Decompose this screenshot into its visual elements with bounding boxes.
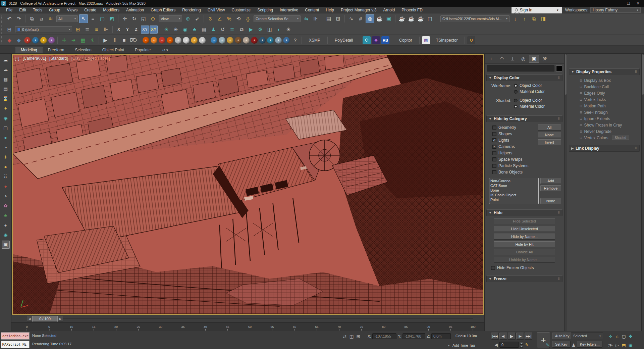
close-button[interactable]: ✕ [633,0,643,6]
previous-frame-button[interactable]: ◀| [499,333,507,340]
toolbar-drag-handle[interactable] [1,36,3,44]
viewport-menu-plus[interactable]: [+] [15,56,19,61]
redo-icon[interactable]: ↷ [14,14,23,23]
phoenix-water-circle-icon[interactable] [32,37,39,44]
tree-tool-icon[interactable]: ♣ [2,211,10,219]
ribbon-minimize-toggle[interactable]: ⊙ ▾ [160,47,171,53]
rendered-frame-window-icon[interactable]: ▣ [384,14,393,23]
menu-arnold[interactable]: Arnold [380,7,398,13]
time-slider[interactable]: ◀ 0 / 100 ▶ [11,315,484,322]
wireframe-material-color-radio[interactable] [514,90,518,94]
tab-motion[interactable]: ◎ [518,55,528,63]
shield-icon[interactable]: ◐ [275,25,283,34]
select-objects-in-layer-icon[interactable]: ≡ [92,25,101,34]
tsinspector-button[interactable]: TSInspector [431,37,463,44]
liquid-preset-6-icon[interactable] [251,37,258,44]
liquid-preset-8-icon[interactable] [267,37,274,44]
liquid-preset-1-icon[interactable] [211,37,217,44]
list-item[interactable]: Non-Corona [490,179,537,183]
layers-stack-icon[interactable]: ≣ [228,25,236,34]
remove-button[interactable]: Remove [540,185,561,191]
home-grid-icon[interactable]: ⌂ [614,333,621,340]
list-view-icon[interactable]: ▤ [200,25,208,34]
freeze-rollout-header[interactable]: ▼ Freeze ⠿ [486,276,562,282]
select-by-name-icon[interactable]: ≡ [89,14,97,23]
liquid-preset-10-icon[interactable] [283,37,290,44]
sim-stop-icon[interactable]: ■ [120,36,128,45]
select-and-manipulate-icon[interactable]: ➶ [193,14,202,23]
menu-modifiers[interactable]: Modifiers [100,7,123,13]
menu-civil-view[interactable]: Civil View [204,7,228,13]
material-editor-icon[interactable]: ◍ [366,14,374,23]
select-and-move-icon[interactable]: ✛ [120,14,129,23]
set-key-button[interactable]: Set Key [552,341,571,348]
track-bar[interactable]: 0510152025303540455055606570758085909510… [11,322,484,331]
flower-tool-icon[interactable]: ✿ [2,202,10,210]
schematic-view-icon[interactable]: # [356,14,365,23]
light-icon[interactable]: ✳ [171,25,180,34]
viewport-camera-label[interactable]: [Camera001] [23,56,46,61]
keyboard-override-icon[interactable]: {} [244,14,252,23]
red-ball-tool-icon[interactable]: ● [2,182,10,190]
liquid-preset-3-icon[interactable] [227,37,233,44]
compare-media-icon[interactable]: ◫ [426,14,434,23]
menu-customize[interactable]: Customize [228,7,254,13]
set-key-big-button[interactable]: + [537,332,550,348]
menu-views[interactable]: Views [63,7,81,13]
none-button[interactable]: None [538,132,561,138]
minimize-button[interactable]: — [614,0,624,6]
command-panel-scrollbar[interactable] [564,54,567,331]
tab-object-paint[interactable]: Object Paint [97,47,129,53]
window-tool-badge[interactable]: ▤ [422,36,430,44]
restrict-xy-plane-button[interactable]: XY [141,26,149,34]
tab-display[interactable]: ▣ [529,55,539,63]
tab-modify[interactable]: ◠ [497,55,507,63]
cube-app-badge[interactable]: ⬡ [363,36,371,44]
set-current-layer-icon[interactable]: ⊪ [102,25,110,34]
sign-in-button[interactable]: Sign In ▾ [512,7,562,13]
auto-key-button[interactable]: Auto Key [552,333,573,339]
tab-utilities[interactable]: ⚒ [540,55,550,63]
star-tool-icon[interactable]: ✦ [2,104,10,112]
helpers-checkbox[interactable] [492,151,496,155]
list-item[interactable]: CAT Bone [490,183,537,188]
fire-preset-2-icon[interactable] [151,37,157,44]
liquid-preset-4-icon[interactable] [235,37,241,44]
next-frame-arrow[interactable]: ▶ [58,316,63,322]
fire-preset-1-icon[interactable] [143,37,149,44]
fire-preset-8-icon[interactable] [199,37,206,44]
copy-objects-icon[interactable]: ⧉ [530,14,538,23]
align-icon[interactable]: ⊪ [311,14,320,23]
phoenix-liquid-solver-icon[interactable]: ◆ [14,36,23,45]
toolbar-drag-handle[interactable] [1,15,3,23]
pie-tool-icon[interactable]: ◔ [2,143,10,151]
teal-ball-tool-icon[interactable]: ● [2,134,10,142]
menu-group[interactable]: Group [46,7,63,13]
key-mode-toggle-icon[interactable]: ◀ [494,341,498,348]
all-button[interactable]: All [538,124,561,131]
select-and-rotate-icon[interactable]: ↻ [130,14,139,23]
rb-app-badge[interactable]: RB [381,36,389,44]
selection-lock-icon[interactable]: ◫ [348,333,355,340]
use-pivot-point-icon[interactable]: ⊕ [183,14,192,23]
tab-hierarchy[interactable]: ⊥ [507,55,518,63]
window-crossing-icon[interactable]: ◩ [107,14,116,23]
list-item[interactable]: Point [490,197,537,202]
toolbar-drag-handle[interactable] [1,26,3,34]
select-and-place-icon[interactable]: ⊙ [149,14,157,23]
panel-tool-icon[interactable]: ▤ [2,85,10,93]
maxscript-mini-listener-line1[interactable]: actionMan.exe [1,332,30,340]
add-time-tag[interactable]: Add Time Tag [452,343,475,347]
sun-tool-icon[interactable]: ☀ [2,153,10,161]
sim-delete-icon[interactable]: ⌦ [129,36,138,45]
render-iterative-icon[interactable]: ☕ [407,14,416,23]
hide-category-list[interactable]: Non-CoronaCAT BoneBoneIK Chain ObjectPoi… [489,178,539,204]
restore-scene-state-icon[interactable]: ↑ [520,14,529,23]
fire-preset-3-icon[interactable] [159,37,165,44]
reference-coordinate-system-dropdown[interactable]: View▾ [159,15,182,22]
active-slate-tool-icon[interactable]: ▣ [2,241,10,249]
shaded-object-color-radio[interactable] [514,99,518,102]
workspace-dropdown[interactable]: Hosny Fahmy ▾ [590,7,641,13]
half-circle-tool-icon[interactable]: ◑ [2,192,10,200]
next-frame-button[interactable]: |▶ [516,333,524,340]
